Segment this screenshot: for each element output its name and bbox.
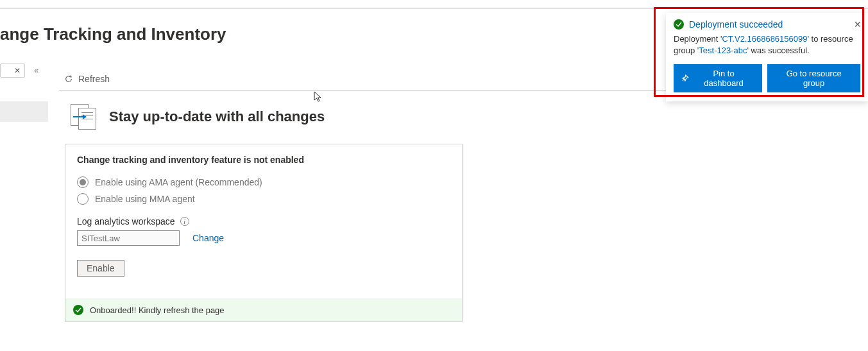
close-icon: ✕	[14, 66, 21, 75]
enable-button[interactable]: Enable	[77, 260, 124, 277]
radio-icon	[77, 176, 89, 188]
deployment-notification: Deployment succeeded ✕ Deployment 'CT.V2…	[666, 13, 868, 101]
change-tracking-icon	[71, 104, 98, 130]
refresh-icon	[64, 74, 73, 83]
hero-heading: Stay up-to-date with all changes	[109, 108, 325, 125]
collapse-nav-icon[interactable]: «	[34, 65, 38, 75]
nav-selected-item[interactable]	[0, 101, 48, 122]
resource-group-link[interactable]: Test-123-abc	[699, 46, 747, 55]
radio-icon	[77, 193, 89, 205]
go-to-resource-group-button[interactable]: Go to resource group	[767, 64, 860, 92]
success-check-icon	[674, 19, 684, 30]
radio-ama[interactable]: Enable using AMA agent (Recommended)	[77, 176, 450, 188]
page-title-actions[interactable]: ···	[191, 31, 202, 40]
mouse-cursor-icon	[314, 91, 323, 105]
pin-to-dashboard-button[interactable]: Pin to dashboard	[674, 64, 762, 92]
hero-section: Stay up-to-date with all changes	[71, 104, 325, 130]
notification-body: Deployment 'CT.V2.1668686156099' to reso…	[674, 33, 860, 56]
success-check-icon	[73, 305, 83, 315]
radio-ama-label: Enable using AMA agent (Recommended)	[95, 177, 262, 187]
close-panel-button[interactable]: ✕	[0, 64, 25, 78]
law-label: Log analytics workspace	[77, 216, 175, 227]
top-divider	[0, 8, 868, 9]
radio-mma[interactable]: Enable using MMA agent	[77, 193, 450, 205]
change-workspace-link[interactable]: Change	[192, 233, 224, 243]
enable-card: Change tracking and inventory feature is…	[65, 144, 463, 322]
info-icon[interactable]: i	[180, 217, 189, 226]
onboarded-banner: Onboarded!! Kindly refresh the page	[65, 298, 462, 321]
notification-title[interactable]: Deployment succeeded	[689, 19, 783, 30]
deployment-link[interactable]: CT.V2.1668686156099	[722, 34, 807, 44]
goto-label: Go to resource group	[775, 69, 853, 88]
pin-label: Pin to dashboard	[693, 69, 755, 88]
refresh-button[interactable]: Refresh	[64, 74, 110, 84]
onboarded-message: Onboarded!! Kindly refresh the page	[90, 305, 225, 315]
law-workspace-input	[77, 230, 180, 246]
radio-mma-label: Enable using MMA agent	[95, 194, 195, 204]
close-icon[interactable]: ✕	[854, 19, 862, 30]
refresh-label: Refresh	[78, 74, 110, 84]
card-heading: Change tracking and inventory feature is…	[77, 155, 450, 165]
pin-icon	[681, 74, 689, 82]
